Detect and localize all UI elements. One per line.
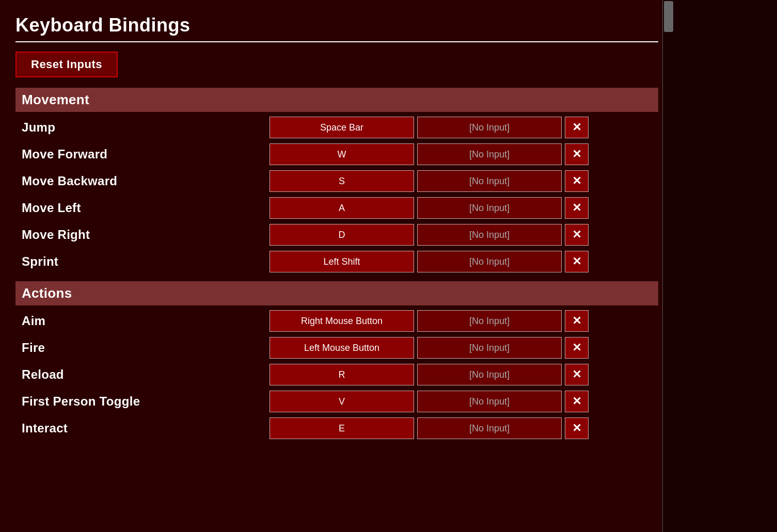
binding-label-aim: Aim — [22, 314, 269, 328]
clear-button-sprint[interactable]: ✕ — [565, 251, 589, 272]
primary-key-fire[interactable]: Left Mouse Button — [269, 337, 414, 359]
title-divider — [15, 41, 658, 42]
reset-inputs-button[interactable]: Reset Inputs — [15, 52, 118, 77]
scrollbar-thumb[interactable] — [664, 1, 673, 32]
x-icon-sprint: ✕ — [572, 256, 581, 267]
clear-button-first-person-toggle[interactable]: ✕ — [565, 391, 589, 412]
primary-key-move-forward[interactable]: W — [269, 143, 414, 165]
primary-key-reload[interactable]: R — [269, 364, 414, 385]
secondary-key-move-left[interactable]: [No Input] — [417, 197, 562, 219]
clear-button-move-backward[interactable]: ✕ — [565, 170, 589, 192]
primary-key-move-backward[interactable]: S — [269, 170, 414, 192]
keyboard-bindings-panel: Keyboard Bindings Reset Inputs MovementJ… — [0, 0, 674, 532]
x-icon-move-right: ✕ — [572, 229, 581, 240]
sections-container: MovementJumpSpace Bar[No Input]✕Move For… — [15, 88, 658, 442]
primary-key-aim[interactable]: Right Mouse Button — [269, 310, 414, 332]
secondary-key-aim[interactable]: [No Input] — [417, 310, 562, 332]
section-actions: ActionsAimRight Mouse Button[No Input]✕F… — [15, 281, 658, 442]
primary-key-jump[interactable]: Space Bar — [269, 117, 414, 138]
clear-button-aim[interactable]: ✕ — [565, 310, 589, 332]
binding-row-sprint: SprintLeft Shift[No Input]✕ — [15, 248, 658, 275]
binding-label-interact: Interact — [22, 421, 269, 436]
x-icon-fire: ✕ — [572, 342, 581, 353]
binding-label-first-person-toggle: First Person Toggle — [22, 394, 269, 409]
clear-button-fire[interactable]: ✕ — [565, 337, 589, 359]
binding-row-reload: ReloadR[No Input]✕ — [15, 361, 658, 388]
secondary-key-interact[interactable]: [No Input] — [417, 417, 562, 439]
binding-row-aim: AimRight Mouse Button[No Input]✕ — [15, 308, 658, 334]
x-icon-move-forward: ✕ — [572, 149, 581, 160]
binding-label-move-backward: Move Backward — [22, 174, 269, 188]
page-title: Keyboard Bindings — [15, 14, 658, 36]
primary-key-move-right[interactable]: D — [269, 224, 414, 246]
x-icon-move-backward: ✕ — [572, 175, 581, 187]
secondary-key-jump[interactable]: [No Input] — [417, 117, 562, 138]
scrollbar[interactable] — [662, 0, 674, 532]
clear-button-reload[interactable]: ✕ — [565, 364, 589, 385]
binding-row-first-person-toggle: First Person ToggleV[No Input]✕ — [15, 388, 658, 415]
binding-label-move-right: Move Right — [22, 228, 269, 242]
primary-key-move-left[interactable]: A — [269, 197, 414, 219]
primary-key-sprint[interactable]: Left Shift — [269, 251, 414, 272]
x-icon-interact: ✕ — [572, 423, 581, 434]
binding-label-sprint: Sprint — [22, 254, 269, 269]
secondary-key-reload[interactable]: [No Input] — [417, 364, 562, 385]
secondary-key-move-backward[interactable]: [No Input] — [417, 170, 562, 192]
primary-key-first-person-toggle[interactable]: V — [269, 391, 414, 412]
clear-button-move-right[interactable]: ✕ — [565, 224, 589, 246]
binding-row-move-right: Move RightD[No Input]✕ — [15, 221, 658, 248]
binding-label-move-left: Move Left — [22, 201, 269, 215]
secondary-key-fire[interactable]: [No Input] — [417, 337, 562, 359]
binding-label-reload: Reload — [22, 367, 269, 382]
x-icon-aim: ✕ — [572, 315, 581, 327]
binding-row-move-left: Move LeftA[No Input]✕ — [15, 195, 658, 221]
secondary-key-move-forward[interactable]: [No Input] — [417, 143, 562, 165]
binding-label-move-forward: Move Forward — [22, 147, 269, 162]
binding-label-jump: Jump — [22, 120, 269, 135]
primary-key-interact[interactable]: E — [269, 417, 414, 439]
x-icon-first-person-toggle: ✕ — [572, 396, 581, 407]
clear-button-move-forward[interactable]: ✕ — [565, 143, 589, 165]
clear-button-move-left[interactable]: ✕ — [565, 197, 589, 219]
x-icon-jump: ✕ — [572, 122, 581, 133]
x-icon-reload: ✕ — [572, 369, 581, 380]
binding-row-fire: FireLeft Mouse Button[No Input]✕ — [15, 334, 658, 361]
binding-row-move-backward: Move BackwardS[No Input]✕ — [15, 168, 658, 195]
section-movement: MovementJumpSpace Bar[No Input]✕Move For… — [15, 88, 658, 275]
section-header-actions: Actions — [15, 281, 658, 305]
secondary-key-sprint[interactable]: [No Input] — [417, 251, 562, 272]
section-header-movement: Movement — [15, 88, 658, 112]
x-icon-move-left: ✕ — [572, 202, 581, 214]
binding-row-jump: JumpSpace Bar[No Input]✕ — [15, 114, 658, 141]
secondary-key-first-person-toggle[interactable]: [No Input] — [417, 391, 562, 412]
binding-row-interact: InteractE[No Input]✕ — [15, 415, 658, 442]
secondary-key-move-right[interactable]: [No Input] — [417, 224, 562, 246]
binding-label-fire: Fire — [22, 341, 269, 355]
clear-button-jump[interactable]: ✕ — [565, 117, 589, 138]
clear-button-interact[interactable]: ✕ — [565, 417, 589, 439]
binding-row-move-forward: Move ForwardW[No Input]✕ — [15, 141, 658, 168]
